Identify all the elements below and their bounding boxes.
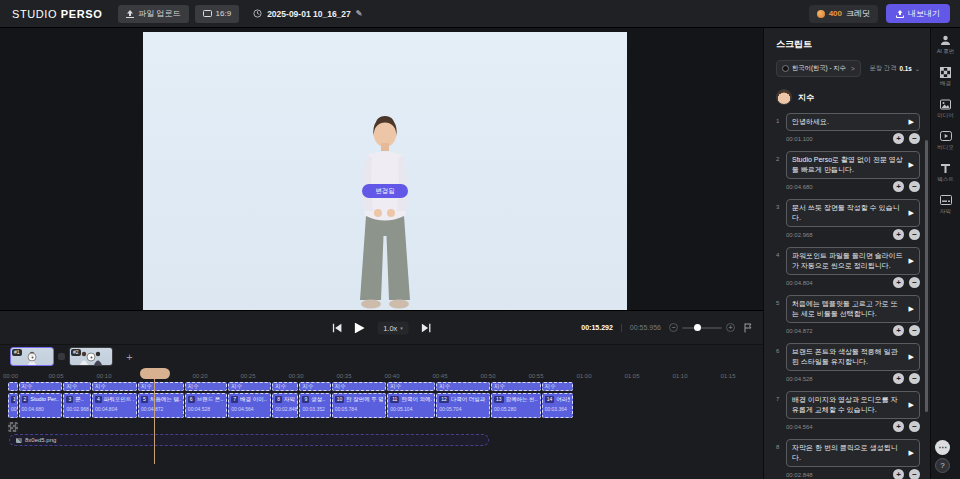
prev-frame-button[interactable] (332, 323, 341, 332)
background-clip[interactable]: 8x0ed5.png (9, 434, 489, 446)
play-button[interactable] (354, 322, 364, 333)
timeline-clip[interactable]: 지수 4 파워포인트 .. 00:04.804 (92, 382, 137, 418)
play-sentence-icon[interactable]: ▶ (909, 160, 914, 170)
add-sentence-button[interactable]: + (893, 181, 904, 192)
marker-flag-icon[interactable] (743, 323, 753, 333)
zoom-out-button[interactable]: − (669, 323, 678, 332)
timeline-ruler[interactable]: 00:0000:0500:1000:1500:2000:2500:3000:35… (0, 368, 763, 381)
timeline-clip[interactable]: 지수 2 Studio Per.. 00:04.680 (19, 382, 63, 418)
timeline-clip[interactable]: 지수 8 자막.. 00:02.848 (272, 382, 298, 418)
script-text-input[interactable]: 배경 이미지와 영상과 오디오를 자유롭게 교체할 수 있습니다. ▶ (786, 391, 920, 419)
side-toolbar: AI 휴먼 배경 미디어 비디오 텍스트 자막 ⋯ ? (930, 28, 960, 479)
help-button[interactable]: ? (935, 458, 950, 473)
clip-body[interactable]: 5 처음에는 템.. 00:04.872 (138, 393, 184, 418)
add-scene-button[interactable]: + (123, 350, 136, 363)
clip-body[interactable]: 10 한 장면에 두 명.. 00:05.784 (332, 393, 387, 418)
zoom-in-button[interactable]: + (726, 323, 735, 332)
timeline-clip[interactable]: 지수 13 함께하는 씬.. 00:05.280 (491, 382, 541, 418)
remove-sentence-button[interactable]: − (909, 181, 920, 192)
remove-sentence-button[interactable]: − (909, 469, 920, 479)
toolbar-item-background[interactable]: 배경 (931, 66, 960, 87)
clip-body[interactable]: 4 파워포인트 .. 00:04.804 (92, 393, 137, 418)
clip-body[interactable]: 7 배경 이미.. 00:04.564 (228, 393, 271, 418)
script-text-input[interactable]: 브랜드 폰트와 색상을 적용해 일관된 스타일을 유지합니다. ▶ (786, 343, 920, 371)
script-text-input[interactable]: 처음에는 템플릿을 고르고 가로 또는 세로 비율을 선택합니다. ▶ (786, 295, 920, 323)
timeline-clip[interactable]: 1 안녕.. 00:01.100 (8, 382, 18, 418)
play-sentence-icon[interactable]: ▶ (909, 400, 914, 410)
clip-text: 여러분.. (556, 396, 570, 403)
toolbar-item-text[interactable]: 텍스트 (931, 162, 960, 183)
play-sentence-icon[interactable]: ▶ (909, 208, 914, 218)
avatar-action-chip[interactable]: 변경됨 (362, 184, 408, 198)
remove-sentence-button[interactable]: − (909, 373, 920, 384)
play-sentence-icon[interactable]: ▶ (909, 448, 914, 458)
zoom-slider-handle[interactable] (694, 324, 701, 331)
remove-sentence-button[interactable]: − (909, 133, 920, 144)
script-scrollbar[interactable] (925, 140, 928, 412)
edit-title-icon[interactable]: ✎ (356, 9, 363, 18)
toolbar-item-caption[interactable]: 자막 (931, 194, 960, 215)
remove-sentence-button[interactable]: − (909, 277, 920, 288)
clip-body[interactable]: 8 자막.. 00:02.848 (272, 393, 298, 418)
clip-body[interactable]: 13 함께하는 씬.. 00:05.280 (491, 393, 541, 418)
add-sentence-button[interactable]: + (893, 325, 904, 336)
add-sentence-button[interactable]: + (893, 229, 904, 240)
script-text-input[interactable]: 안녕하세요. ▶ (786, 113, 920, 131)
clip-body[interactable]: 2 Studio Per.. 00:04.680 (19, 393, 63, 418)
play-sentence-icon[interactable]: ▶ (909, 352, 914, 362)
playback-speed-selector[interactable]: 1.0x ▾ (377, 321, 409, 334)
file-upload-button[interactable]: 파일 업로드 (118, 5, 188, 23)
scene-thumbnail-1[interactable]: #1 (10, 347, 54, 366)
timeline-clip[interactable]: 지수 14 여러분.. 00:03.364 (542, 382, 573, 418)
aspect-ratio-button[interactable]: 16:9 (195, 5, 240, 23)
remove-sentence-button[interactable]: − (909, 229, 920, 240)
credits-badge[interactable]: 400 크레딧 (809, 5, 878, 23)
export-button[interactable]: 내보내기 (886, 4, 950, 23)
caption-icon (931, 194, 960, 206)
timeline-clip[interactable]: 지수 10 한 장면에 두 명.. 00:05.784 (332, 382, 387, 418)
script-text-input[interactable]: Studio Perso로 촬영 없이 전문 영상을 빠르게 만듭니다. ▶ (786, 151, 920, 179)
timeline-clip[interactable]: 지수 5 처음에는 템.. 00:04.872 (138, 382, 184, 418)
timeline-clip[interactable]: 지수 3 문.. 00:02.968 (63, 382, 90, 418)
clip-body[interactable]: 12 다국어 더빙과 립.. 00:05.704 (436, 393, 490, 418)
add-sentence-button[interactable]: + (893, 277, 904, 288)
toolbar-item-ai-human[interactable]: AI 휴먼 (931, 34, 960, 55)
play-sentence-icon[interactable]: ▶ (909, 256, 914, 266)
clip-number: 13 (494, 396, 504, 403)
transition-button[interactable] (58, 353, 65, 360)
chat-button[interactable]: ⋯ (935, 440, 950, 455)
play-sentence-icon[interactable]: ▶ (909, 117, 914, 127)
scene-thumbnail-2[interactable]: #2 (69, 347, 113, 366)
script-text-input[interactable]: 문서 쓰듯 장면을 작성할 수 있습니다. ▶ (786, 199, 920, 227)
timeline-clip[interactable]: 지수 11 한국어 외에.. 00:05.104 (387, 382, 435, 418)
sentence-duration: 00:04.804 (786, 280, 813, 286)
avatar-figure[interactable] (320, 110, 450, 310)
remove-sentence-button[interactable]: − (909, 325, 920, 336)
play-sentence-icon[interactable]: ▶ (909, 304, 914, 314)
add-sentence-button[interactable]: + (893, 133, 904, 144)
video-canvas[interactable]: 변경됨 (143, 32, 627, 310)
clip-body[interactable]: 9 생성.. 00:03.352 (299, 393, 330, 418)
timeline-clip[interactable]: 지수 12 다국어 더빙과 립.. 00:05.704 (436, 382, 490, 418)
remove-sentence-button[interactable]: − (909, 421, 920, 432)
clip-body[interactable]: 3 문.. 00:02.968 (63, 393, 90, 418)
timeline-clip[interactable]: 지수 9 생성.. 00:03.352 (299, 382, 330, 418)
zoom-slider[interactable] (682, 327, 722, 329)
toolbar-item-video[interactable]: 비디오 (931, 130, 960, 151)
add-sentence-button[interactable]: + (893, 373, 904, 384)
clip-body[interactable]: 6 브랜드 폰.. 00:04.528 (185, 393, 227, 418)
add-sentence-button[interactable]: + (893, 421, 904, 432)
timeline-clip[interactable]: 지수 6 브랜드 폰.. 00:04.528 (185, 382, 227, 418)
clip-body[interactable]: 1 안녕.. 00:01.100 (8, 393, 18, 418)
next-frame-button[interactable] (422, 323, 431, 332)
voice-selector[interactable]: 한국어(한국) - 지수 > (776, 60, 861, 77)
script-text-input[interactable]: 파워포인트 파일을 올리면 슬라이드가 자동으로 씬으로 정리됩니다. ▶ (786, 247, 920, 275)
sentence-gap-control[interactable]: 문장 간격 0.1s ⌄ (870, 64, 920, 73)
script-text-input[interactable]: 자막은 한 번의 클릭으로 생성됩니다. ▶ (786, 439, 920, 467)
add-sentence-button[interactable]: + (893, 469, 904, 479)
timeline-clip[interactable]: 지수 7 배경 이미.. 00:04.564 (228, 382, 271, 418)
toolbar-item-media[interactable]: 미디어 (931, 98, 960, 119)
clip-body[interactable]: 11 한국어 외에.. 00:05.104 (387, 393, 435, 418)
playhead-handle[interactable] (140, 368, 170, 379)
clip-body[interactable]: 14 여러분.. 00:03.364 (542, 393, 573, 418)
